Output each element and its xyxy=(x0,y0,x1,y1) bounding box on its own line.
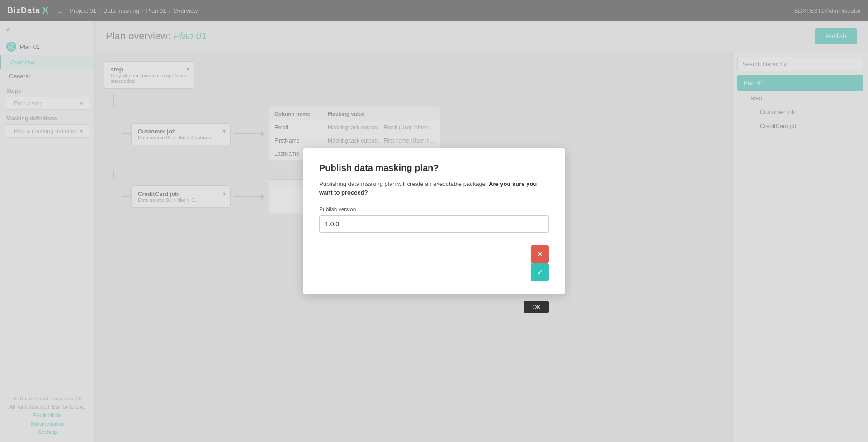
confirm-icon: ✓ xyxy=(537,267,543,277)
modal-cancel-button[interactable]: ✕ xyxy=(531,245,549,263)
cancel-icon: ✕ xyxy=(537,249,543,259)
modal-overlay: Publish data masking plan? Publishing da… xyxy=(0,0,868,442)
version-input[interactable] xyxy=(319,215,549,233)
ok-tooltip: OK xyxy=(524,301,549,313)
modal-title: Publish data masking plan? xyxy=(319,163,549,173)
modal-actions: ✕ ✓ xyxy=(319,245,549,281)
publish-modal: Publish data masking plan? Publishing da… xyxy=(303,148,565,294)
modal-desc-text: Publishing data masking plan will create… xyxy=(319,181,487,187)
modal-confirm-button[interactable]: ✓ xyxy=(531,263,549,281)
modal-description: Publishing data masking plan will create… xyxy=(319,180,549,197)
version-label: Publish version xyxy=(319,206,549,213)
